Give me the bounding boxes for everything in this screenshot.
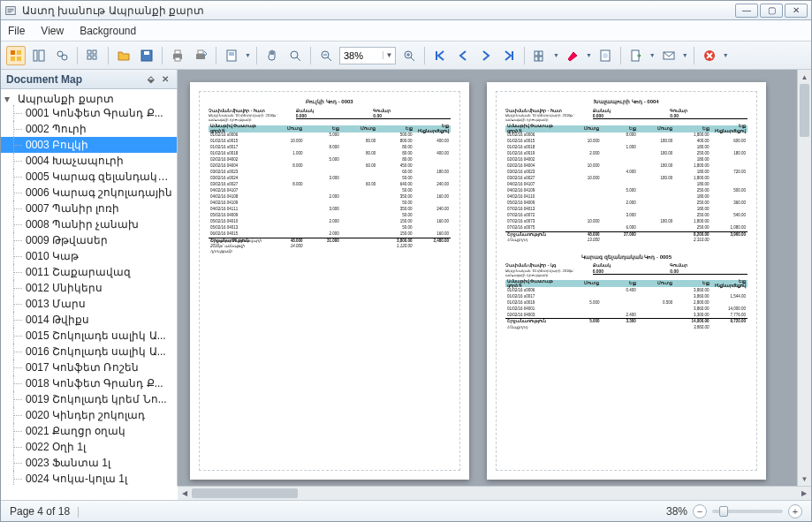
tree-item[interactable]: 0015 Շոկոլադե սալիկ Ա... <box>1 328 177 344</box>
tree-item[interactable]: 0011 Շաքարավազ <box>1 264 177 280</box>
panel-close-icon[interactable]: ✕ <box>159 73 171 86</box>
end-row: Մնացորդ13.0002,310.00 <box>505 238 747 244</box>
totals-row: Շրջանառություն48.00027.0008,200.003,960.… <box>505 231 747 238</box>
tree-item[interactable]: 0008 Պանիր չանախ <box>1 216 177 232</box>
table-header: Ամսաթիվ Փաստաթ գործ NՄուտքԵլքՄուտքԵլքԵլք… <box>209 125 451 132</box>
scroll-left-icon[interactable]: ◀ <box>178 487 192 500</box>
svg-rect-3 <box>11 57 15 61</box>
tree-item[interactable]: 0002 Պուրի <box>1 121 177 137</box>
tree-item[interactable]: 0006 Կարագ շոկոլադային <box>1 185 177 200</box>
tree-item[interactable]: 0017 Կոնֆետ Ռոշեն <box>1 359 177 375</box>
table-row: 01/02/16 u001510.000180.00400.00600.00 <box>505 139 747 145</box>
app-icon <box>4 4 17 17</box>
table-row: 01/02/16 u00173,860.001,544.00 <box>505 293 747 299</box>
tree-item[interactable]: 0023 Ֆանտա 1լ <box>1 455 177 471</box>
svg-rect-27 <box>539 57 543 61</box>
document-map-panel: Document Map ⬙ ✕ ▾ Ապրանքի քարտ 0001 Կոն… <box>1 70 178 486</box>
menu-background[interactable]: Background <box>80 25 136 37</box>
document-map-title: Document Map <box>6 73 82 86</box>
svg-rect-14 <box>144 51 149 55</box>
scroll-up-icon[interactable]: ▲ <box>798 70 811 84</box>
quick-print-button[interactable] <box>191 46 210 65</box>
next-page-button[interactable] <box>476 46 496 65</box>
scroll-down-icon[interactable]: ▼ <box>798 472 811 486</box>
first-page-button[interactable] <box>430 46 450 65</box>
scroll-thumb[interactable] <box>800 84 809 137</box>
zoom-combo[interactable]: ▼ <box>339 47 396 64</box>
maximize-button[interactable]: ▢ <box>760 4 783 18</box>
tree-item[interactable]: 0009 Թթվասեր <box>1 232 177 248</box>
page-left: Բուլկի Կոդ - 0003Չափման միավոր - հատՔանա… <box>190 82 469 480</box>
tree-item[interactable]: 0024 Կոկա-կոլա 1լ <box>1 471 177 486</box>
tree-item[interactable]: 0016 Շոկոլադե սալիկ Ա... <box>1 344 177 359</box>
close-button[interactable]: ✕ <box>785 4 808 18</box>
tree-item[interactable]: 0001 Կոնֆետ Գրանդ Ք... <box>1 105 177 121</box>
tree-item[interactable]: 0013 Մարս <box>1 296 177 312</box>
end-row: Մնացորդ3,860.00 <box>505 324 747 330</box>
color-button[interactable] <box>563 46 582 65</box>
tree-item[interactable]: 0022 Օղի 1լ <box>1 439 177 455</box>
svg-rect-18 <box>196 54 205 59</box>
tree-root[interactable]: ▾ Ապրանքի քարտ <box>1 93 177 105</box>
canvas-scroll[interactable]: Բուլկի Կոդ - 0003Չափման միավոր - հատՔանա… <box>178 70 797 486</box>
tree-item[interactable]: 0007 Պանիր լոռի <box>1 200 177 216</box>
table-row: 05/02/16 040092.000250.00360.00 <box>505 200 747 207</box>
pin-icon[interactable]: ⬙ <box>145 73 157 86</box>
menu-view[interactable]: View <box>41 25 64 37</box>
svg-rect-17 <box>175 57 180 61</box>
zoom-slider-knob[interactable] <box>719 506 728 517</box>
tree-item[interactable]: 0018 Կոնֆետ Գրանդ Ք... <box>1 375 177 391</box>
menu-file[interactable]: File <box>8 25 25 37</box>
close-preview-button[interactable] <box>700 46 719 65</box>
tree-item[interactable]: 0020 Կինդեր շոկոլադ <box>1 407 177 423</box>
menu-bar: File View Background <box>1 20 811 42</box>
table-row: 03/02/16 u002710.000180.001,800.00 <box>505 176 747 182</box>
table-row: 02/02/16 040032.4003,300.007,776.00 <box>505 312 747 318</box>
status-zoom-in-button[interactable]: + <box>788 504 802 518</box>
thumbnails-button[interactable] <box>6 46 26 65</box>
export-button[interactable] <box>626 46 646 65</box>
tree-item[interactable]: 0019 Շոկոլադե կրեմ Նո... <box>1 391 177 407</box>
tree-item[interactable]: 0014 Թվիքս <box>1 312 177 328</box>
svg-rect-6 <box>39 50 44 61</box>
email-button[interactable] <box>659 46 679 65</box>
zoom-out-button[interactable] <box>316 46 336 65</box>
document-tree[interactable]: ▾ Ապրանքի քարտ 0001 Կոնֆետ Գրանդ Ք...000… <box>1 89 177 486</box>
table-row: 07/02/16 u00756.000250.001,080.00 <box>505 225 747 231</box>
last-page-button[interactable] <box>499 46 519 65</box>
hand-tool-button[interactable] <box>262 46 282 65</box>
save-button[interactable] <box>137 46 156 65</box>
tree-item[interactable]: 0003 Բուլկի <box>1 137 177 153</box>
scroll-right-icon[interactable]: ▶ <box>797 487 811 500</box>
tree-item[interactable]: 0005 Կարագ զելանդական <box>1 169 177 185</box>
zoom-dropdown-icon[interactable]: ▼ <box>383 51 395 59</box>
tree-item[interactable]: 0021 Քաղցր օղակ <box>1 423 177 439</box>
magnifier-button[interactable] <box>285 46 305 65</box>
tree-item[interactable]: 0012 Սնիկերս <box>1 280 177 296</box>
find-button[interactable] <box>52 46 72 65</box>
expand-icon[interactable]: ▾ <box>4 93 15 105</box>
zoom-in-button[interactable] <box>399 46 419 65</box>
svg-rect-1 <box>11 50 15 55</box>
status-zoom-out-button[interactable]: − <box>693 504 707 518</box>
open-button[interactable] <box>114 46 133 65</box>
table-row: 05/02/16 040102.000150.00160.00 <box>209 219 451 225</box>
vertical-scrollbar[interactable]: ▲ ▼ <box>797 70 811 486</box>
svg-rect-2 <box>17 50 21 55</box>
print-button[interactable] <box>168 46 187 65</box>
docmap-button[interactable] <box>29 46 49 65</box>
layout-button[interactable] <box>83 46 102 65</box>
zoom-slider[interactable] <box>712 510 783 513</box>
horizontal-scrollbar[interactable]: ◀ ▶ <box>178 486 811 500</box>
multipage-button[interactable] <box>530 46 550 65</box>
prev-page-button[interactable] <box>453 46 473 65</box>
end-row: Մնացորդ '06 փետրվարի 2016թ.' ամսաթվի դրո… <box>209 244 451 250</box>
tree-item[interactable]: 0004 Խաչապուրի <box>1 153 177 169</box>
hscroll-thumb[interactable] <box>192 488 298 498</box>
page-setup-button[interactable] <box>222 46 241 65</box>
tree-item[interactable]: 0010 Կաթ <box>1 248 177 264</box>
svg-rect-5 <box>34 50 37 61</box>
minimize-button[interactable]: — <box>735 4 758 18</box>
watermark-button[interactable] <box>596 46 615 65</box>
zoom-input[interactable] <box>340 50 383 61</box>
